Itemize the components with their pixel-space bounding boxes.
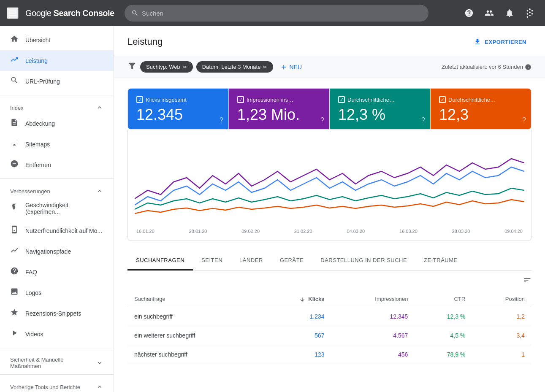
help-button[interactable]	[461, 5, 477, 22]
hamburger-menu-button[interactable]	[7, 7, 19, 19]
cell-impressionen-1: 4.567	[331, 326, 415, 345]
page-header: Leistung EXPORTIEREN	[114, 26, 545, 56]
tab-zeitraume[interactable]: ZEITRÄUME	[415, 251, 466, 270]
metric-value-klicks: 12.345	[136, 107, 220, 122]
sidebar-item-rezensions-snippets[interactable]: Rezensions-Snippets	[0, 303, 114, 324]
metrics-row: ✓ Klicks insgesamt 12.345 ? ✓ Impression…	[127, 88, 531, 130]
sidebar-item-abdeckung[interactable]: Abdeckung	[0, 113, 114, 134]
table-filter-icon[interactable]	[523, 276, 531, 287]
sidebar-item-ubersicht[interactable]: Übersicht	[0, 30, 114, 50]
sidebar-item-nutzerfreundlichkeit[interactable]: Nutzerfreundlichkeit auf Mo...	[0, 220, 114, 241]
sidebar-item-videos[interactable]: Videos	[0, 324, 114, 344]
search-type-filter-chip[interactable]: Suchtyp: Web ✏	[140, 61, 193, 73]
add-new-filter-button[interactable]: NEU	[277, 62, 305, 73]
search-icon	[131, 9, 138, 17]
sidebar-item-url-prufung[interactable]: URL-Prüfung	[0, 71, 114, 92]
cell-ctr-0: 12,3 %	[415, 307, 472, 326]
col-header-impressionen: Impressionen	[331, 292, 415, 307]
add-icon	[280, 63, 287, 71]
cell-query-0: ein suchbegriff	[127, 307, 261, 326]
metric-value-position: 12,3	[439, 107, 523, 122]
metric-help-impressionen[interactable]: ?	[320, 116, 324, 124]
document-icon	[10, 118, 19, 129]
main-content: Leistung EXPORTIEREN Suchtyp: Web ✏ Datu…	[114, 26, 545, 392]
logos-icon	[10, 287, 19, 298]
filter-icon[interactable]	[127, 61, 137, 73]
trending-up-icon	[10, 55, 19, 66]
metric-card-klicks[interactable]: ✓ Klicks insgesamt 12.345 ?	[128, 89, 229, 129]
metric-help-ctr[interactable]: ?	[421, 116, 425, 124]
tabs: SUCHANFRAGEN SEITEN LÄNDER GERÄTE DARSTE…	[127, 251, 531, 270]
notifications-button[interactable]	[501, 5, 518, 22]
metric-help-position[interactable]: ?	[522, 116, 526, 124]
sidebar-section-verbesserungen[interactable]: Verbesserungen	[0, 182, 114, 197]
col-header-ctr: CTR	[415, 292, 472, 307]
app-logo: Google Search Console	[25, 8, 114, 18]
chevron-up-icon2	[96, 187, 103, 195]
sidebar-item-navigationspfade[interactable]: Navigationspfade	[0, 241, 114, 262]
date-filter-chip[interactable]: Datum: Letzte 3 Monate ✏	[196, 61, 274, 73]
topnav-icons	[461, 5, 538, 22]
chart-svg	[135, 140, 524, 224]
table-row[interactable]: ein suchbegriff 1.234 12.345 12,3 % 1,2	[127, 307, 531, 326]
chevron-up-icon	[96, 104, 103, 111]
cell-klicks-2: 123	[261, 345, 331, 364]
sidebar-item-logos[interactable]: Logos	[0, 282, 114, 303]
sidebar-section-index[interactable]: Index	[0, 99, 114, 113]
export-button[interactable]: EXPORTIEREN	[469, 35, 531, 49]
tab-suchanfragen[interactable]: SUCHANFRAGEN	[127, 251, 193, 270]
cell-position-0: 1,2	[472, 307, 531, 326]
sidebar-item-sitemaps[interactable]: Sitemaps	[0, 134, 114, 154]
data-table: Suchanfrage Klicks Impressionen CTR	[127, 292, 531, 364]
accounts-button[interactable]	[481, 5, 498, 22]
metric-card-ctr[interactable]: ✓ Durchschnittliche… 12,3 % ?	[330, 89, 431, 129]
tab-gerate[interactable]: GERÄTE	[271, 251, 312, 270]
faq-icon	[10, 267, 19, 277]
table-row[interactable]: nächster suchbegriff 123 456 78,9 % 1	[127, 345, 531, 364]
cell-query-1: ein weiterer suchbegriff	[127, 326, 261, 345]
tab-seiten[interactable]: SEITEN	[193, 251, 231, 270]
metric-card-position[interactable]: ✓ Durchschnittliche… 12,3 ?	[431, 89, 531, 129]
sidebar-item-geschwindigkeit[interactable]: Geschwindigkeit (experimen...	[0, 197, 114, 220]
download-icon	[474, 38, 481, 46]
metric-value-ctr: 12,3 %	[338, 107, 422, 122]
cell-position-1: 3,4	[472, 326, 531, 345]
tab-lander[interactable]: LÄNDER	[231, 251, 271, 270]
speed-icon	[10, 203, 19, 214]
sidebar-item-entfernen[interactable]: Entfernen	[0, 154, 114, 175]
search-bar[interactable]	[125, 5, 428, 22]
metric-card-impressionen[interactable]: ✓ Impressionen ins… 1,23 Mio. ?	[229, 89, 330, 129]
metric-value-impressionen: 1,23 Mio.	[237, 107, 321, 122]
metric-help-klicks[interactable]: ?	[220, 116, 223, 124]
info-icon	[525, 64, 531, 70]
chevron-up-icon3	[96, 383, 103, 391]
cell-ctr-1: 4,5 %	[415, 326, 472, 345]
sidebar-section-vorherige[interactable]: Vorherige Tools und Berichte	[0, 378, 114, 392]
mobile-icon	[10, 225, 19, 236]
search-input[interactable]	[142, 10, 422, 17]
cell-ctr-2: 78,9 %	[415, 345, 472, 364]
col-header-klicks[interactable]: Klicks	[261, 292, 331, 307]
table-row[interactable]: ein weiterer suchbegriff 567 4.567 4,5 %…	[127, 326, 531, 345]
video-icon	[10, 329, 19, 339]
cell-klicks-1: 567	[261, 326, 331, 345]
sidebar-item-faq[interactable]: FAQ	[0, 262, 114, 282]
sort-down-icon	[299, 297, 305, 303]
sidebar-section-sicherheit[interactable]: Sicherheit & Manuelle Maßnahmen	[0, 351, 114, 371]
performance-chart: 16.01.20 28.01.20 09.02.20 21.02.20 04.0…	[127, 130, 531, 241]
sidebar-item-leistung[interactable]: Leistung	[0, 50, 114, 71]
table-header-row: Suchanfrage Klicks Impressionen CTR	[127, 292, 531, 307]
table-toolbar	[127, 271, 531, 292]
search-icon	[10, 76, 19, 87]
col-header-query: Suchanfrage	[127, 292, 261, 307]
remove-icon	[10, 160, 19, 170]
top-navigation: Google Search Console	[0, 0, 545, 26]
apps-grid-button[interactable]	[521, 5, 538, 22]
main-layout: Übersicht Leistung URL-Prüfung Index Abd…	[0, 26, 545, 392]
sitemap-icon	[10, 139, 19, 149]
navigation-icon	[10, 246, 19, 257]
tab-darstellung[interactable]: DARSTELLUNG IN DER SUCHE	[312, 251, 415, 270]
cell-position-2: 1	[472, 345, 531, 364]
filter-bar: Suchtyp: Web ✏ Datum: Letzte 3 Monate ✏ …	[114, 56, 545, 78]
chart-x-labels: 16.01.20 28.01.20 09.02.20 21.02.20 04.0…	[135, 225, 524, 234]
